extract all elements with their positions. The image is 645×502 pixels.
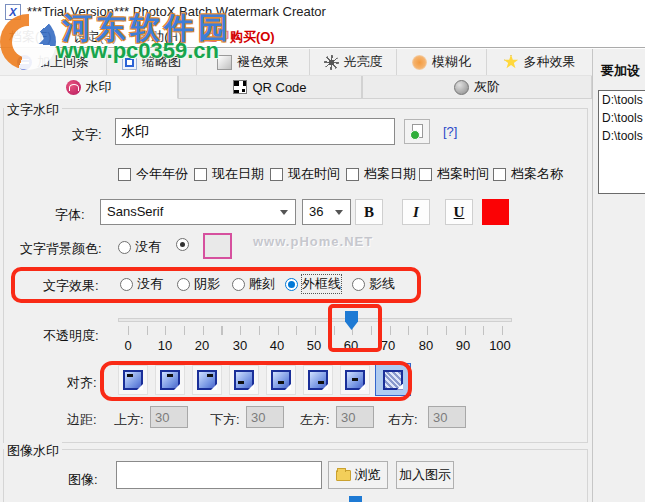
qr-code-icon (233, 80, 247, 94)
menu-buy-now[interactable]: 立即购买(O) (195, 26, 284, 46)
margin-top-label: 上方: (114, 411, 144, 429)
effect-engrave-radio[interactable]: 雕刻 (232, 275, 275, 293)
checkbox-label: 现在时间 (288, 165, 340, 183)
align-top-center-button[interactable] (155, 365, 185, 395)
font-family-select[interactable]: SansSerif (100, 199, 296, 225)
bg-color-swatch[interactable] (203, 233, 232, 259)
text-effect-label: 文字效果: (43, 277, 99, 295)
checkbox-file-date[interactable]: 档案日期 (346, 165, 416, 183)
align-tile-button[interactable] (375, 363, 411, 396)
watermark-settings-panel: 文字水印 文字: [?] 今年年份 现在日期 现在时间 档案日期 档案时间 (0, 99, 592, 502)
bg-color-label: 文字背景颜色: (20, 240, 102, 258)
toolbar-label: 褪色效果 (237, 53, 289, 71)
menu-help[interactable]: 帮助(H) (129, 26, 191, 46)
tab-qr-code[interactable]: QR Code (178, 76, 362, 99)
checkbox-file-name[interactable]: 档案名称 (493, 165, 563, 183)
opacity-slider-ticks (128, 326, 503, 335)
effect-shadow-radio[interactable]: 阴影 (177, 275, 220, 293)
blur-icon (412, 55, 427, 70)
menu-file[interactable]: 档案(F) (0, 26, 61, 46)
margin-right-label: 右方: (388, 411, 418, 429)
brightness-icon (324, 55, 339, 70)
bg-color-none-radio[interactable]: 没有 (118, 238, 161, 256)
image-watermark-group-label: 图像水印 (4, 442, 62, 460)
radio-label: 外框线 (302, 275, 341, 293)
file-list[interactable]: D:\tools D:\tools D:\tools (598, 90, 645, 194)
tab-watermark[interactable]: 水印 (0, 76, 178, 99)
align-tile-icon (383, 370, 403, 390)
bg-color-custom-radio[interactable] (176, 238, 189, 251)
checkbox-label: 今年年份 (136, 165, 188, 183)
align-bottom-left-button[interactable] (229, 365, 259, 395)
bold-button[interactable]: B (355, 199, 383, 225)
margin-right-input[interactable] (428, 406, 466, 428)
file-list-item[interactable]: D:\tools (599, 127, 645, 145)
chevron-down-icon (280, 210, 288, 215)
margin-label: 边距: (67, 411, 97, 429)
toolbar-fade-effect[interactable]: 褪色效果 (197, 49, 310, 75)
image-path-input[interactable] (116, 461, 322, 489)
toolbar-multi-effects[interactable]: 多种效果 (487, 49, 592, 75)
bottom-slider-thumb[interactable] (349, 496, 362, 502)
file-list-item[interactable]: D:\tools (599, 109, 645, 127)
radio-icon (177, 278, 190, 291)
menu-bar: 档案(F) 设定(S) 帮助(H) 立即购买(O) (0, 26, 645, 47)
file-list-item[interactable]: D:\tools (599, 91, 645, 109)
checkbox-icon (118, 168, 131, 181)
checkbox-file-time[interactable]: 档案时间 (419, 165, 489, 183)
margin-left-input[interactable] (336, 406, 374, 428)
tick-label: 70 (368, 338, 408, 353)
font-color-swatch[interactable] (482, 199, 509, 225)
align-label: 对齐: (67, 374, 97, 392)
tick-label: 10 (145, 338, 185, 353)
effect-outline-radio[interactable]: 外框线 (285, 275, 341, 293)
align-bottom-center-icon (271, 370, 291, 390)
text-watermark-group-label: 文字水印 (4, 101, 62, 119)
toolbar-thumbnail[interactable]: 缩略图 (107, 49, 197, 75)
align-center-button[interactable] (340, 365, 370, 395)
effect-none-radio[interactable]: 没有 (120, 275, 163, 293)
watermark-text-input[interactable] (115, 118, 395, 145)
effect-hatch-radio[interactable]: 影线 (352, 275, 395, 293)
margin-top-input[interactable] (150, 406, 188, 428)
checkbox-icon (493, 168, 506, 181)
add-icon-button-label: 加入图示 (399, 466, 451, 484)
checkbox-current-time[interactable]: 现在时间 (270, 165, 340, 183)
tab-grayscale[interactable]: 灰阶 (362, 76, 592, 99)
align-top-center-icon (160, 370, 180, 390)
new-document-icon (412, 124, 423, 138)
toolbar-add-stripes[interactable]: 加上间条 (0, 49, 107, 75)
opacity-slider-track[interactable] (118, 318, 512, 322)
toolbar-blur[interactable]: 模糊化 (397, 49, 487, 75)
tick-label: 60 (331, 338, 371, 353)
star-icon (504, 55, 519, 70)
align-bottom-right-button[interactable] (303, 365, 333, 395)
app-window: X ***Trial Version*** PhotoX Batch Water… (0, 0, 645, 502)
checkbox-label: 档案时间 (437, 165, 489, 183)
underline-button[interactable]: U (445, 199, 473, 225)
align-top-right-button[interactable] (192, 365, 222, 395)
font-size-select[interactable]: 36 (302, 199, 351, 225)
browse-button-label: 浏览 (355, 466, 381, 484)
toolbar-brightness[interactable]: 光亮度 (310, 49, 397, 75)
italic-button[interactable]: I (402, 199, 430, 225)
margin-bottom-label: 下方: (210, 411, 240, 429)
insert-token-button[interactable] (404, 119, 430, 144)
folder-icon (336, 470, 351, 481)
align-bottom-center-button[interactable] (266, 365, 296, 395)
align-top-left-button[interactable] (118, 365, 148, 395)
font-family-value: SansSerif (107, 204, 163, 219)
browse-button[interactable]: 浏览 (328, 461, 388, 489)
align-top-right-icon (197, 370, 217, 390)
add-icon-button[interactable]: 加入图示 (396, 461, 454, 489)
toolbar-label: 加上间条 (37, 53, 89, 71)
menu-settings[interactable]: 设定(S) (64, 26, 125, 46)
help-link[interactable]: [?] (443, 124, 457, 139)
radio-label: 阴影 (194, 275, 220, 293)
margin-bottom-input[interactable] (246, 406, 284, 428)
radio-icon (232, 278, 245, 291)
chevron-down-icon (335, 210, 343, 215)
checkbox-current-year[interactable]: 今年年份 (118, 165, 188, 183)
toolbar-label: 光亮度 (344, 53, 383, 71)
checkbox-current-date[interactable]: 现在日期 (194, 165, 264, 183)
